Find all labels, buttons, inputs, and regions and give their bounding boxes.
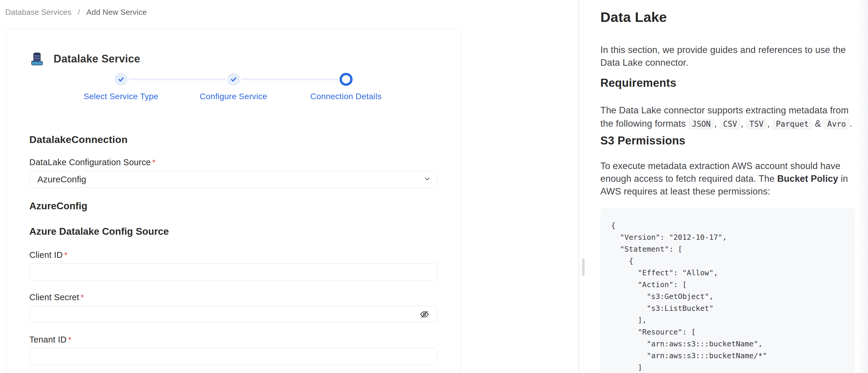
azure-config-heading: AzureConfig — [29, 200, 438, 212]
format-chip-json: JSON — [688, 118, 714, 130]
form-pane: Database Services / Add New Service — [0, 0, 579, 373]
pane-resize-divider[interactable] — [579, 0, 579, 373]
step-completed-check-icon — [115, 73, 128, 86]
step-connection-details: Connection Details — [290, 73, 402, 101]
form-pane-scrollbar-thumb[interactable] — [582, 258, 585, 276]
step-active-ring-icon — [340, 73, 352, 86]
docs-requirements-text: The Data Lake connector supports extract… — [600, 104, 857, 131]
service-title: Datalake Service — [54, 53, 140, 65]
add-service-page: Database Services / Add New Service — [0, 0, 868, 373]
client-secret-label: Client Secret* — [29, 292, 438, 302]
step-completed-check-icon — [227, 73, 240, 86]
step-configure-service: Configure Service — [177, 73, 290, 101]
format-chip-tsv: TSV — [746, 118, 767, 130]
docs-pane-scrollbar-track[interactable] — [857, 0, 868, 373]
required-asterisk: * — [68, 335, 71, 344]
tenant-id-input[interactable] — [29, 348, 438, 365]
docs-title: Data Lake — [600, 9, 857, 25]
connection-schema-title: DatalakeConnection — [29, 134, 438, 145]
breadcrumb-current-page: Add New Service — [87, 8, 147, 17]
step-label: Connection Details — [310, 92, 381, 101]
docs-s3-permissions-heading: S3 Permissions — [600, 134, 857, 147]
datalake-service-icon — [29, 51, 45, 67]
step-label: Select Service Type — [84, 92, 158, 101]
docs-requirements-heading: Requirements — [600, 77, 857, 89]
breadcrumb: Database Services / Add New Service — [5, 8, 147, 17]
tenant-id-label: Tenant ID* — [29, 335, 438, 345]
eye-invisible-icon[interactable] — [418, 308, 430, 320]
docs-panel: Data Lake In this section, we provide gu… — [600, 0, 857, 373]
stepper: Select Service Type Configure Service Co… — [65, 73, 402, 108]
required-asterisk: * — [81, 293, 84, 302]
datalake-config-source-select[interactable]: AzureConfig — [29, 171, 438, 188]
add-service-card: Datalake Service Select Service Type — [6, 29, 461, 373]
step-label: Configure Service — [200, 92, 267, 101]
config-source-label: DataLake Configuration Source* — [29, 157, 438, 167]
breadcrumb-link-database-services[interactable]: Database Services — [5, 8, 71, 17]
step-select-service-type: Select Service Type — [65, 73, 177, 101]
docs-s3-text: To execute metadata extraction AWS accou… — [600, 160, 857, 198]
docs-intro-text: In this section, we provide guides and r… — [600, 43, 857, 69]
service-header: Datalake Service — [29, 51, 438, 67]
client-secret-input[interactable] — [29, 306, 438, 323]
client-id-label: Client ID* — [29, 250, 438, 260]
required-asterisk: * — [152, 158, 155, 167]
azure-datalake-config-source-heading: Azure Datalake Config Source — [29, 226, 438, 237]
client-id-input[interactable] — [29, 263, 438, 280]
breadcrumb-separator: / — [78, 8, 80, 17]
format-chip-csv: CSV — [719, 118, 741, 130]
bucket-policy-bold: Bucket Policy — [777, 174, 838, 184]
format-chip-avro: Avro — [824, 118, 849, 130]
required-asterisk: * — [64, 250, 67, 260]
bucket-policy-code-block: { "Version": "2012-10-17", "Statement": … — [600, 208, 855, 373]
format-chip-parquet: Parquet — [772, 118, 812, 130]
